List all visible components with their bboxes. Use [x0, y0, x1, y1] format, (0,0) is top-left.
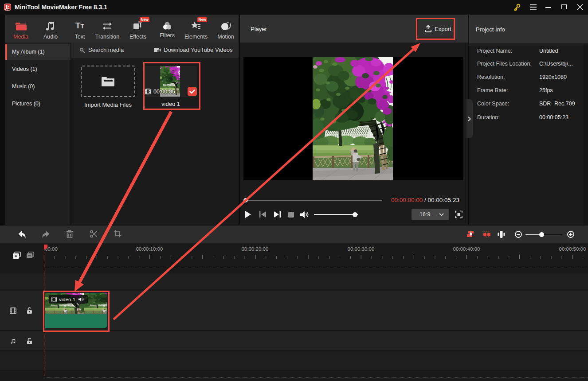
svg-text:i: i [158, 50, 159, 52]
